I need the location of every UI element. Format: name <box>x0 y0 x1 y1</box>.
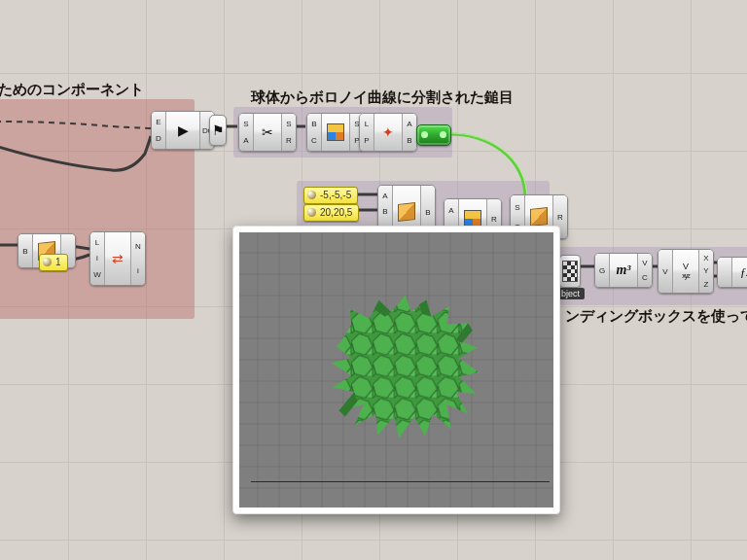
port-D: D <box>156 134 161 143</box>
comp-scissor[interactable]: SA SR <box>238 113 297 152</box>
relay-green[interactable] <box>416 124 451 146</box>
cubes-icon <box>327 123 344 141</box>
ports-in: L i W <box>90 232 105 285</box>
explode-icon <box>382 125 394 139</box>
record-toggle[interactable]: ⚑ <box>209 115 227 146</box>
expression-icon: ƒх <box>740 264 747 280</box>
ports-in: E D <box>152 112 166 149</box>
p-V2: V <box>662 267 667 276</box>
port-L2: L <box>95 238 99 247</box>
port-E: E <box>156 118 160 126</box>
comp-cubes[interactable]: BC SP <box>306 113 365 152</box>
xyz-icon: Vxyz <box>682 262 690 280</box>
port-Bl: B <box>22 247 27 256</box>
p-X: X <box>703 254 708 262</box>
p-A: A <box>382 192 387 200</box>
port-B: B <box>311 120 316 128</box>
caption-object: bject <box>556 288 585 299</box>
p-G: G <box>599 266 605 275</box>
port-P2: P <box>364 136 369 145</box>
voronoi-mesh <box>330 291 483 444</box>
p-Bout: B <box>425 208 430 217</box>
viewport-x-axis <box>251 481 550 482</box>
port-R: R <box>286 136 292 145</box>
port-Aout: A <box>407 120 411 128</box>
group-label-left: ためのコンポーネント <box>0 81 144 99</box>
port-Sout: S <box>286 120 291 128</box>
group-label-center: 球体からボロノイ曲線に分割された鎚目 <box>251 88 514 107</box>
port-S: S <box>243 120 248 128</box>
svg-marker-10 <box>338 392 357 416</box>
p-B: B <box>382 207 387 216</box>
panel-one[interactable]: 1 <box>39 254 68 271</box>
box-icon-3 <box>530 207 548 227</box>
p-R3: R <box>557 213 563 222</box>
swap-icon <box>112 252 124 265</box>
checker-icon <box>562 261 578 281</box>
port-W: W <box>93 270 101 279</box>
p-A2: A <box>448 206 453 215</box>
group-label-right: ンディングボックスを使って位 <box>565 307 747 326</box>
panel-vec-pos[interactable]: 20,20,5 <box>303 204 359 222</box>
comp-expression[interactable]: ƒх V <box>717 257 747 288</box>
body: ▶ <box>166 112 199 149</box>
p-C: C <box>642 273 648 282</box>
box-icon-2 <box>398 202 415 222</box>
port-N: N <box>135 242 141 251</box>
volume-icon: m³ <box>616 262 630 278</box>
port-Bout: B <box>407 136 411 145</box>
comp-last-record[interactable]: E D ▶ D0 Last & Record <box>151 111 215 150</box>
comp-volume[interactable]: G m³ VC <box>594 253 653 288</box>
p-S: S <box>515 203 519 212</box>
p-Z: Z <box>704 280 709 289</box>
panel-vec-neg[interactable]: -5,-5,-5 <box>303 187 358 204</box>
port-A: A <box>243 136 248 145</box>
comp-xyz[interactable]: V Vxyz XYZ <box>658 249 714 294</box>
ports-out: N i <box>130 232 145 285</box>
comp-list[interactable]: L i W N i <box>89 231 146 286</box>
svg-rect-5 <box>330 291 483 444</box>
p-Y: Y <box>703 266 708 275</box>
preview-window[interactable] <box>232 226 560 514</box>
comp-explode[interactable]: LP AB <box>359 113 417 152</box>
p-R2: R <box>491 215 497 224</box>
port-L: L <box>365 120 369 128</box>
trigger-icon: ▶ <box>178 123 189 137</box>
viewport[interactable] <box>239 232 553 508</box>
scissor-icon <box>262 125 273 139</box>
port-C: C <box>311 136 317 145</box>
object-toggle[interactable] <box>559 255 581 288</box>
p-V: V <box>642 259 647 267</box>
